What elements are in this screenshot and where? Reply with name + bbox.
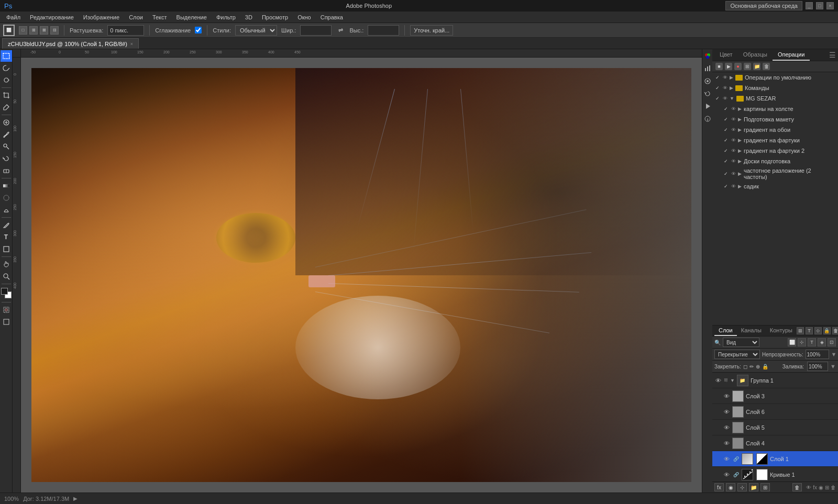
close-button[interactable]: ×: [826, 2, 834, 9]
ops-item-garden[interactable]: ✓ 👁 ▶ садик: [721, 181, 838, 192]
lock-position-btn[interactable]: ⊕: [756, 364, 760, 369]
utochk-button[interactable]: Уточн. край...: [410, 25, 453, 36]
ops-item-commands[interactable]: ✓ 👁 ▶ Команды: [712, 83, 838, 93]
filter-smart-icon[interactable]: ⊡: [828, 338, 836, 346]
filter-pixel-icon[interactable]: ⬜: [788, 338, 796, 346]
tool-quickselect[interactable]: [1, 74, 12, 86]
layer-link-curves1[interactable]: 🔗: [732, 471, 740, 478]
menu-3d[interactable]: 3D: [241, 13, 257, 21]
minimize-button[interactable]: _: [806, 2, 813, 9]
tab-operations[interactable]: Операции: [773, 49, 810, 61]
ops-expand-arrow[interactable]: ▶: [730, 75, 733, 80]
layer-eye-group1[interactable]: 👁: [714, 377, 722, 384]
fill-input[interactable]: [807, 362, 828, 371]
layer-eye-3[interactable]: 👁: [723, 393, 730, 400]
menu-layers[interactable]: Слои: [125, 13, 147, 21]
status-arrow[interactable]: ▶: [73, 496, 78, 501]
layer-new-btn[interactable]: ⊞: [760, 483, 770, 491]
lock-pixels-btn[interactable]: ✏: [749, 364, 754, 369]
layer-item-3[interactable]: 👁 Слой 3: [712, 388, 838, 404]
ops-record-btn[interactable]: ●: [734, 63, 742, 70]
tab-channels[interactable]: Каналы: [737, 326, 766, 336]
tool-marquee[interactable]: [1, 50, 12, 62]
tab-paths[interactable]: Контуры: [766, 326, 797, 336]
stili-select[interactable]: Обычный С заданными пропорциями С заданн…: [235, 25, 277, 36]
tool-eraser[interactable]: [1, 165, 12, 176]
layer-eye-1[interactable]: 👁: [723, 455, 730, 463]
tool-clone[interactable]: [1, 141, 12, 152]
layer-item-4[interactable]: 👁 Слой 4: [712, 435, 838, 451]
side-icon-history[interactable]: [703, 89, 712, 98]
tool-screen-mode[interactable]: [1, 316, 12, 328]
layer-adj-btn[interactable]: ⊹: [737, 483, 747, 491]
color-swatches[interactable]: [1, 288, 12, 298]
maximize-button[interactable]: □: [816, 2, 823, 9]
layer-eye-4[interactable]: 👁: [723, 440, 730, 447]
ops-expand-arrow-9[interactable]: ▶: [738, 159, 742, 164]
side-icon-info[interactable]: i: [703, 114, 712, 124]
lock-transparent-btn[interactable]: ◻: [743, 364, 747, 369]
title-bar-right[interactable]: Основная рабочая среда _ □ ×: [725, 1, 834, 10]
ops-item-prepare[interactable]: ✓ 👁 ▶ Подготовка макету: [721, 114, 838, 125]
swap-icon[interactable]: ⇌: [336, 26, 345, 35]
opacity-menu[interactable]: ▼: [831, 351, 837, 357]
menu-view[interactable]: Просмотр: [258, 13, 292, 21]
ops-expand-arrow-2[interactable]: ▶: [730, 85, 733, 91]
filter-adj-icon[interactable]: ⊹: [798, 338, 806, 346]
layer-item-1[interactable]: 👁 🔗 Слой 1: [712, 451, 838, 467]
layer-eye-5[interactable]: 👁: [723, 424, 730, 431]
document-tab[interactable]: zCHU3bIdUJY.psd @ 100% (Слой 1, RGB/8#) …: [2, 38, 139, 49]
workspace-selector[interactable]: Основная рабочая среда: [725, 1, 802, 10]
ops-item-gradient-walls[interactable]: ✓ 👁 ▶ градиент на обои: [721, 125, 838, 135]
menu-image[interactable]: Изображение: [79, 13, 124, 21]
tab-samples[interactable]: Образцы: [738, 49, 773, 61]
tool-shape[interactable]: [1, 243, 12, 255]
ops-expand-arrow-11[interactable]: ▶: [738, 184, 742, 189]
side-icon-color[interactable]: [703, 51, 712, 61]
tool-text[interactable]: T: [1, 231, 12, 243]
layer-item-group1[interactable]: 👁 ⛓ ▼ 📁 Группа 1: [712, 373, 838, 388]
menu-file[interactable]: Файл: [2, 13, 25, 21]
side-icon-adjustments[interactable]: [703, 64, 712, 73]
tool-crop[interactable]: [1, 89, 12, 101]
menu-edit[interactable]: Редактирование: [26, 13, 78, 21]
ops-item-default[interactable]: ✓ 👁 ▶ Операции по умолчанию: [712, 72, 838, 83]
tool-healing[interactable]: [1, 117, 12, 128]
side-icon-actions[interactable]: [703, 102, 712, 111]
rastushevka-input[interactable]: [107, 25, 144, 36]
ops-item-boards[interactable]: ✓ 👁 ▶ Доски подготовка: [721, 156, 838, 166]
style-icon-4[interactable]: ⊟: [50, 26, 59, 35]
ops-item-mgsezar[interactable]: ✓ 👁 ▼ MG SEZAR: [712, 93, 838, 104]
ops-item-paintings[interactable]: ✓ 👁 ▶ картины на холсте: [721, 104, 838, 114]
tool-brush[interactable]: [1, 129, 12, 140]
layer-eye-curves1[interactable]: 👁: [723, 471, 730, 478]
ops-expand-arrow-6[interactable]: ▶: [738, 127, 742, 132]
tool-gradient[interactable]: [1, 180, 12, 192]
layers-icon-5[interactable]: 🗑: [832, 327, 838, 334]
tab-layers[interactable]: Слои: [714, 326, 737, 336]
style-icon-1[interactable]: □: [19, 26, 27, 35]
blend-mode-select[interactable]: Перекрытие Нормальный Растворение Умноже…: [714, 350, 760, 359]
tool-pen[interactable]: [1, 219, 12, 231]
layers-filter-select[interactable]: Вид Вид: [723, 338, 759, 347]
ops-stop-btn[interactable]: ■: [715, 63, 723, 70]
layer-delete-btn[interactable]: 🗑: [792, 483, 802, 491]
tool-lasso[interactable]: [1, 62, 12, 74]
shir-input[interactable]: [300, 25, 332, 36]
tool-quickmask[interactable]: [1, 304, 12, 316]
menu-help[interactable]: Справка: [316, 13, 347, 21]
foreground-color[interactable]: [1, 288, 8, 295]
ops-expand-arrow-7[interactable]: ▶: [738, 138, 742, 143]
layer-fx-btn[interactable]: fx: [714, 483, 724, 491]
panel-menu-button[interactable]: ☰: [829, 51, 836, 59]
tab-color[interactable]: Цвет: [714, 49, 738, 61]
ops-expand-arrow-8[interactable]: ▶: [738, 148, 742, 153]
layers-icon-3[interactable]: ⊹: [814, 327, 822, 334]
ops-folder-btn[interactable]: 📁: [753, 63, 760, 70]
tab-close-button[interactable]: ×: [130, 41, 133, 47]
filter-text-icon[interactable]: T: [808, 338, 816, 346]
tool-dodge[interactable]: [1, 204, 12, 216]
layer-mask-btn[interactable]: ◉: [726, 483, 735, 491]
layers-icon-4[interactable]: 🔒: [823, 327, 831, 334]
layer-group-btn[interactable]: 📁: [749, 483, 758, 491]
